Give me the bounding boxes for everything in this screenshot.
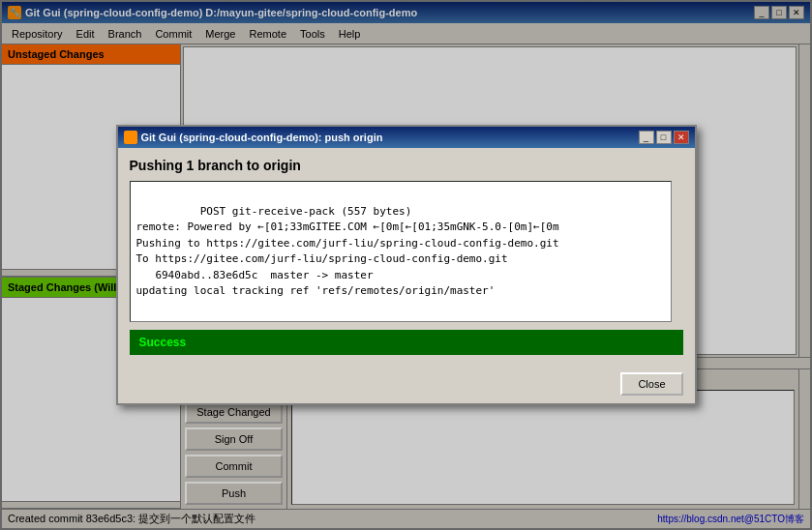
dialog-title-text: Git Gui (spring-cloud-config-demo): push… xyxy=(141,132,383,143)
dialog-minimize-button[interactable]: _ xyxy=(639,131,654,144)
log-line-1: POST git-receive-pack (557 bytes) remote… xyxy=(136,205,559,298)
dialog-heading: Pushing 1 branch to origin xyxy=(130,158,683,173)
success-bar: Success xyxy=(130,330,683,355)
dialog-footer: Close xyxy=(118,365,695,403)
dialog-title-left: Git Gui (spring-cloud-config-demo): push… xyxy=(124,131,383,144)
dialog-content: Pushing 1 branch to origin POST git-rece… xyxy=(118,148,695,365)
dialog-icon xyxy=(124,131,137,144)
push-dialog: Git Gui (spring-cloud-config-demo): push… xyxy=(116,125,697,405)
modal-overlay: Git Gui (spring-cloud-config-demo): push… xyxy=(0,0,812,530)
push-log: POST git-receive-pack (557 bytes) remote… xyxy=(130,181,672,322)
dialog-title-bar: Git Gui (spring-cloud-config-demo): push… xyxy=(118,127,695,148)
dialog-close-button[interactable]: ✕ xyxy=(674,131,689,144)
close-dialog-button[interactable]: Close xyxy=(620,372,682,396)
dialog-maximize-button[interactable]: □ xyxy=(656,131,672,144)
dialog-title-controls: _ □ ✕ xyxy=(639,131,689,144)
